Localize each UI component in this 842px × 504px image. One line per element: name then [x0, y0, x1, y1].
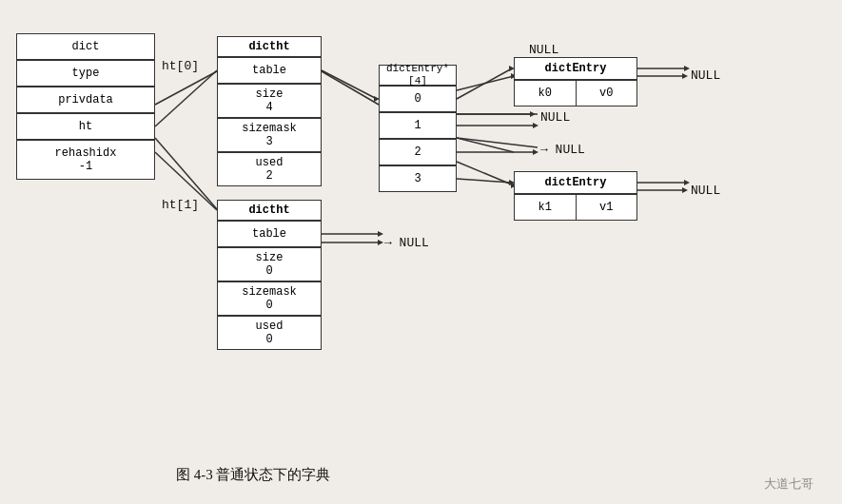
diagram-caption: 图 4-3 普通状态下的字典	[176, 466, 331, 484]
null-entry0-right: NULL	[691, 68, 720, 83]
dictht0-table: table	[217, 57, 322, 84]
dictentry0-v: v0	[577, 81, 637, 106]
svg-marker-12	[682, 73, 688, 79]
svg-marker-7	[530, 111, 536, 117]
ht1-label: ht[1]	[162, 198, 199, 212]
dictentry0-k: k0	[515, 81, 577, 106]
dictht1-header: dictht	[217, 200, 322, 221]
dict-rehashidx: rehashidx -1	[16, 140, 155, 180]
dict-ht: ht	[16, 113, 155, 140]
dictht0-size: size 4	[217, 84, 322, 118]
svg-marker-32	[378, 231, 383, 237]
dict-type: type	[16, 60, 155, 87]
svg-marker-30	[684, 180, 690, 185]
svg-line-23	[457, 68, 512, 99]
null-ht1-table: → NULL	[384, 236, 429, 250]
svg-marker-36	[533, 149, 538, 155]
svg-marker-34	[533, 123, 538, 128]
dictht0-header: dictht	[217, 36, 322, 57]
svg-line-2	[322, 71, 379, 105]
svg-marker-16	[378, 240, 383, 245]
null-entry3-right: NULL	[691, 184, 720, 198]
svg-marker-28	[684, 66, 690, 71]
watermark: 大道七哥	[764, 475, 813, 493]
dictentry3-header: dictEntry	[514, 171, 637, 194]
dictentry-arr-header: dictEntry*[4]	[379, 65, 457, 86]
dictentry-arr-0: 0	[379, 86, 457, 112]
svg-line-8	[457, 138, 514, 152]
dictentry3-kv: k1 v1	[514, 194, 637, 221]
dictentry0-kv: k0 v0	[514, 80, 637, 107]
null-row1: NULL	[540, 110, 570, 125]
svg-line-9	[457, 162, 514, 185]
svg-line-25	[457, 179, 512, 183]
dictentry-arr-3: 3	[379, 165, 457, 192]
null-top: NULL	[529, 43, 558, 57]
dictht1-used: used 0	[217, 316, 322, 350]
svg-line-21	[322, 70, 377, 99]
dictht1-sizemask: sizemask 0	[217, 281, 322, 316]
diagram-canvas: dict type privdata ht rehashidx -1 ht[0]…	[0, 0, 842, 504]
dictht1-size: size 0	[217, 247, 322, 281]
dictentry3-k: k1	[515, 195, 577, 220]
svg-line-18	[457, 138, 538, 147]
dictentry-arr-1: 1	[379, 112, 457, 139]
dictentry-arr-2: 2	[379, 139, 457, 165]
dictentry0-header: dictEntry	[514, 57, 637, 80]
dict-header: dict	[16, 33, 155, 60]
dictht0-sizemask: sizemask 3	[217, 118, 322, 152]
svg-line-19	[155, 70, 217, 126]
dictht0-used: used 2	[217, 152, 322, 186]
dictht1-table: table	[217, 221, 322, 247]
svg-line-0	[155, 71, 217, 105]
svg-marker-14	[682, 187, 688, 193]
null-row2: → NULL	[540, 143, 585, 157]
dictentry3-v: v1	[577, 195, 637, 220]
svg-line-4	[457, 76, 514, 90]
dict-privdata: privdata	[16, 87, 155, 113]
ht0-label: ht[0]	[162, 59, 199, 73]
